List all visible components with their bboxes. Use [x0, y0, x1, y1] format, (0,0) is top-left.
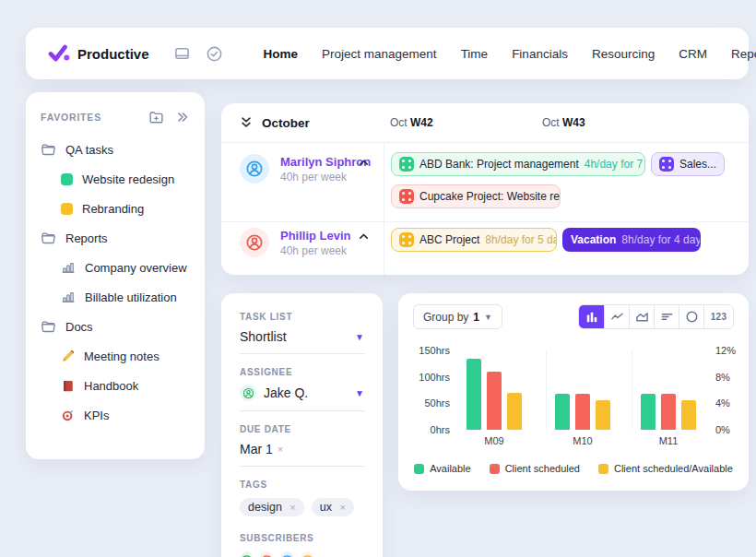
nav-item-home[interactable]: Home [264, 47, 299, 61]
assignment-pill-abd-bank[interactable]: ABD Bank: Project management 4h/day for … [391, 152, 645, 176]
due-date-field[interactable]: Mar 1 × [240, 442, 364, 467]
bar-chart-type-icon[interactable] [579, 305, 604, 328]
subscriber-avatar[interactable] [240, 551, 254, 557]
app-title: Productive [77, 46, 149, 62]
assignment-time: 8h/day for 5 days [485, 233, 557, 246]
remove-date-icon[interactable]: × [278, 444, 283, 455]
area-chart-type-icon[interactable] [629, 305, 654, 328]
subscriber-avatar[interactable] [260, 551, 274, 557]
assignment-pill-cupcake[interactable]: Cupcake Project: Website redes... [391, 184, 561, 208]
group-by-button[interactable]: Group by 1 ▼ [413, 304, 502, 329]
legend-swatch [490, 464, 500, 474]
bar-group-m09 [467, 359, 522, 430]
sidebar-item-reports[interactable]: Reports [41, 223, 190, 253]
collapse-row-icon[interactable] [358, 231, 370, 243]
task-list-label: TASK LIST [240, 312, 364, 322]
line-chart-type-icon[interactable] [604, 305, 629, 328]
assignee-value: Jake Q. [264, 385, 355, 400]
person-hours: 40h per week [280, 244, 351, 257]
nav-item-crm[interactable]: CRM [679, 47, 707, 61]
person-name[interactable]: Phillip Levin [280, 229, 351, 243]
nav-item-resourcing[interactable]: Resourcing [592, 47, 655, 61]
nav-item-time[interactable]: Time [461, 47, 489, 61]
legend-label: Available [430, 463, 470, 474]
assignee-select[interactable]: Jake Q. ▼ [240, 385, 364, 411]
sidebar-item-meeting-notes[interactable]: Meeting notes [41, 341, 190, 371]
avatar[interactable] [240, 228, 269, 257]
number-view-icon[interactable]: 123 [703, 305, 733, 328]
collapse-row-icon[interactable] [358, 157, 370, 169]
legend-item-client-scheduled: Client scheduled [490, 463, 580, 474]
chart-bar [555, 394, 570, 430]
sidebar-item-company-overview[interactable]: Company overview [41, 253, 190, 282]
target-icon [61, 409, 75, 422]
task-list-value: Shortlist [240, 329, 355, 344]
bar-chart-icon [61, 260, 76, 275]
project-icon [399, 189, 414, 204]
sidebar-item-qa-tasks[interactable]: QA tasks [41, 135, 190, 164]
column-divider [384, 143, 384, 275]
tag-label: ux [320, 501, 332, 514]
remove-tag-icon[interactable]: × [289, 502, 295, 513]
sidebar-item-website-redesign[interactable]: Website redesign [41, 164, 190, 194]
avatar[interactable] [240, 154, 269, 184]
assignment-time: 8h/day for 4 days [621, 233, 701, 246]
sidebar-item-label: Company overview [85, 261, 187, 275]
assignment-pill-sales[interactable]: Sales... [651, 152, 725, 176]
sidebar-item-handbook[interactable]: Handbook [41, 371, 190, 400]
y2-axis-tick: 12% [715, 344, 745, 357]
sidebar-item-billable-utilization[interactable]: Billable utilization [41, 282, 190, 312]
x-axis-label: M09 [467, 435, 522, 446]
productive-logo[interactable]: Productive [48, 43, 149, 64]
sidebar-item-label: Handbook [84, 379, 138, 393]
sidebar-item-label: Meeting notes [84, 350, 159, 363]
productive-logo-icon [48, 43, 70, 64]
y2-axis-tick: 8% [715, 371, 745, 384]
horizontal-bar-chart-type-icon[interactable] [654, 305, 679, 328]
sidebar-item-docs[interactable]: Docs [41, 312, 190, 341]
chart-bar [681, 400, 696, 430]
sidebar-item-rebranding[interactable]: Rebranding [41, 194, 190, 223]
week-column-header: Oct W43 [542, 116, 585, 129]
yellow-board-icon [61, 203, 73, 215]
x-axis-label: M10 [555, 435, 610, 446]
donut-chart-type-icon[interactable] [679, 305, 703, 328]
sidebar-item-label: Rebranding [82, 202, 144, 216]
sidebar-item-kpis[interactable]: KPIs [41, 400, 190, 430]
assignment-title: Cupcake Project: Website redes... [419, 190, 561, 203]
add-folder-icon[interactable] [148, 110, 164, 125]
assignment-pill-abc-project[interactable]: ABC Project 8h/day for 5 days [391, 228, 557, 252]
chart-bar [661, 394, 676, 430]
nav-item-project-management[interactable]: Project management [322, 47, 437, 61]
chevron-down-icon: ▼ [355, 332, 364, 342]
nav-item-financials[interactable]: Financials [512, 47, 568, 61]
collapse-all-icon[interactable] [240, 116, 253, 129]
nav-item-reporting[interactable]: Reporting [731, 47, 756, 61]
subscriber-avatar[interactable] [301, 551, 314, 557]
remove-tag-icon[interactable]: × [339, 502, 345, 513]
task-list-select[interactable]: Shortlist ▼ [240, 329, 364, 354]
y2-axis-tick: 0% [715, 423, 745, 436]
favorites-title: FAVORITES [41, 112, 137, 123]
resourcing-scheduler-panel: October Oct W42 Oct W43 Marilyn Siphron … [221, 103, 749, 275]
scheduler-month-label[interactable]: October [262, 116, 310, 130]
chevron-down-icon: ▼ [355, 388, 364, 398]
assignment-pill-vacation[interactable]: Vacation 8h/day for 4 days [562, 228, 701, 252]
folder-icon [41, 231, 56, 246]
collapse-sidebar-icon[interactable] [175, 110, 190, 124]
legend-swatch [598, 464, 608, 474]
tag-design[interactable]: design × [240, 498, 304, 516]
sidebar-item-label: Billable utilization [85, 290, 177, 304]
pencil-icon [61, 350, 75, 363]
tag-ux[interactable]: ux × [312, 498, 354, 516]
assignment-title: Sales... [679, 158, 716, 171]
check-circle-icon[interactable] [206, 45, 223, 63]
screen-icon[interactable] [173, 45, 191, 63]
y-axis-tick: 100hrs [398, 371, 450, 384]
person-hours: 40h per week [280, 171, 371, 184]
green-board-icon [61, 173, 73, 185]
subscriber-avatar[interactable] [280, 551, 294, 557]
bar-group-m10 [555, 394, 610, 430]
group-by-label: Group by [423, 311, 468, 324]
legend-label: Client scheduled/Available [614, 463, 733, 474]
